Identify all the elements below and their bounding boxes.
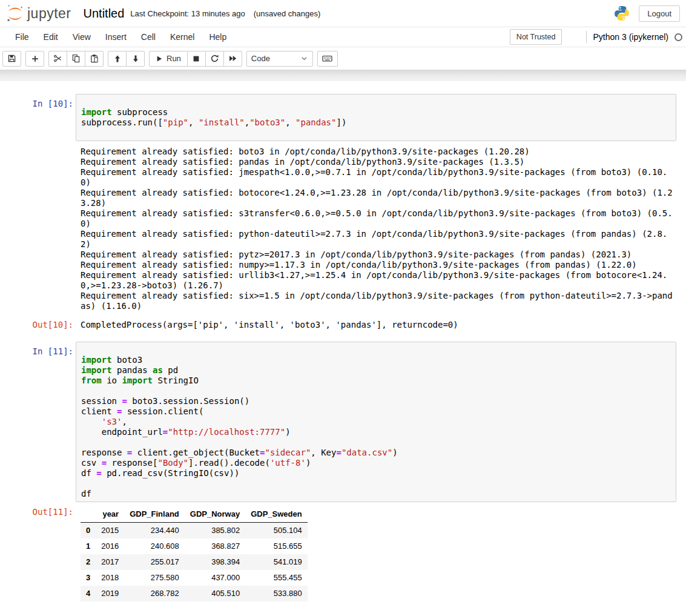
arrow-down-icon — [131, 55, 140, 63]
menu-bar: File Edit View Insert Cell Kernel Help N… — [0, 27, 686, 47]
kernel-indicator-icon — [674, 33, 682, 41]
interrupt-kernel-button[interactable] — [187, 51, 206, 67]
cut-cell-button[interactable] — [48, 51, 67, 67]
toolbar: Run Code — [0, 47, 686, 70]
stream-output-text: Requirement already satisfied: boto3 in … — [76, 141, 676, 311]
header: jupyter Untitled Last Checkpoint: 13 min… — [0, 0, 686, 27]
notebook-area: In [10]: import subprocesssubprocess.run… — [0, 81, 686, 601]
logout-button[interactable]: Logout — [639, 5, 680, 22]
menu-item-file[interactable]: File — [8, 32, 36, 42]
add-cell-button[interactable] — [25, 51, 44, 67]
empty-prompt — [4, 141, 76, 146]
table-row: 22017255.017398.394541.019 — [81, 554, 308, 570]
command-palette-button[interactable] — [317, 51, 338, 67]
code-editor-11[interactable]: import boto3import pandas as pdfrom io i… — [76, 342, 676, 502]
notebook-title[interactable]: Untitled — [84, 7, 125, 21]
paste-cell-button[interactable] — [85, 51, 104, 67]
plus-icon — [31, 55, 39, 63]
scissors-icon — [53, 54, 62, 63]
dataframe-output: yearGDP_FinlandGDP_NorwayGDP_Sweden 0201… — [76, 502, 676, 601]
copy-cell-button[interactable] — [67, 51, 85, 67]
result-output-text-10: CompletedProcess(args=['pip', 'install',… — [76, 313, 676, 330]
restart-icon — [210, 54, 219, 63]
kernel-name: Python 3 (ipykernel) — [593, 32, 668, 42]
cell-type-select[interactable]: Code — [246, 51, 313, 67]
table-row: 42019268.782405.510533.880 — [81, 586, 308, 601]
floppy-icon — [7, 54, 16, 63]
kernel-separator — [586, 31, 587, 43]
code-cell-10: In [10]: import subprocesssubprocess.run… — [4, 94, 676, 141]
menu-item-kernel[interactable]: Kernel — [163, 32, 202, 42]
run-button[interactable]: Run — [149, 51, 188, 67]
result-output-11: Out[11]: yearGDP_FinlandGDP_NorwayGDP_Sw… — [4, 502, 676, 601]
output-prompt-10: Out[10]: — [4, 313, 76, 330]
menu-item-view[interactable]: View — [65, 32, 98, 42]
stop-icon — [192, 55, 200, 63]
code-cell-11: In [11]: import boto3import pandas as pd… — [4, 342, 676, 502]
autosave-status: (unsaved changes) — [254, 9, 321, 18]
table-row: 12016240.608368.827515.655 — [81, 538, 308, 554]
restart-run-all-button[interactable] — [223, 51, 242, 67]
move-cell-down-button[interactable] — [126, 51, 145, 67]
menu-item-cell[interactable]: Cell — [134, 32, 163, 42]
fast-forward-icon — [228, 54, 237, 63]
menu-item-edit[interactable]: Edit — [36, 32, 65, 42]
table-row: 02015234.440385.802505.104 — [81, 523, 308, 539]
result-output-10: Out[10]: CompletedProcess(args=['pip', '… — [4, 313, 676, 330]
restart-kernel-button[interactable] — [205, 51, 224, 67]
checkpoint-status: Last Checkpoint: 13 minutes ago — [130, 9, 245, 18]
play-icon — [156, 55, 163, 62]
chevron-down-icon — [300, 55, 308, 62]
copy-icon — [71, 54, 81, 63]
jupyter-logo-icon — [5, 4, 25, 22]
arrow-up-icon — [113, 55, 122, 63]
pip-output: Requirement already satisfied: boto3 in … — [81, 147, 676, 311]
jupyter-logo-text: jupyter — [27, 5, 71, 22]
menu-item-insert[interactable]: Insert — [98, 32, 134, 42]
cell-type-value: Code — [251, 54, 270, 63]
keyboard-icon — [322, 54, 332, 63]
menu-item-help[interactable]: Help — [202, 32, 234, 42]
input-prompt-10: In [10]: — [4, 94, 76, 109]
code-editor-10[interactable]: import subprocesssubprocess.run(["pip", … — [76, 94, 676, 141]
page-background-band — [0, 70, 686, 81]
dataframe-table: yearGDP_FinlandGDP_NorwayGDP_Sweden 0201… — [81, 506, 308, 601]
move-cell-up-button[interactable] — [108, 51, 127, 67]
input-prompt-11: In [11]: — [4, 342, 76, 357]
python-logo-icon — [613, 5, 630, 22]
completed-process-result: CompletedProcess(args=['pip', 'install',… — [81, 320, 676, 330]
paste-icon — [90, 54, 99, 63]
save-button[interactable] — [2, 51, 21, 67]
trust-status-badge[interactable]: Not Trusted — [510, 29, 562, 45]
output-prompt-11: Out[11]: — [4, 502, 76, 517]
jupyter-logo[interactable]: jupyter — [5, 4, 71, 22]
run-button-label: Run — [167, 54, 181, 63]
table-row: 32018275.580437.000555.455 — [81, 570, 308, 586]
stream-output-10: Requirement already satisfied: boto3 in … — [4, 141, 676, 311]
